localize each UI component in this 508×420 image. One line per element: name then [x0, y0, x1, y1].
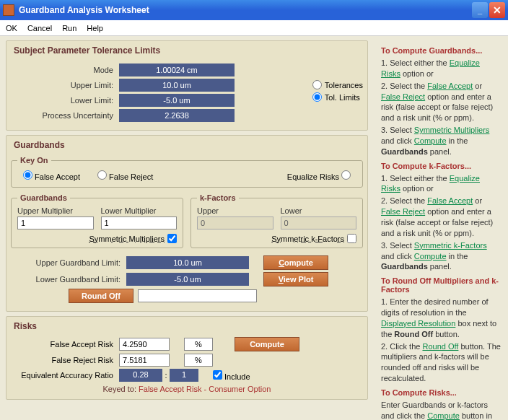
- upper-limit-label: Upper Limit:: [11, 81, 119, 89]
- guardbands-legend: Guardbands: [17, 193, 70, 202]
- tol-limits-radio-label: Tol. Limits: [325, 93, 360, 102]
- help-p4: Enter Guardbands or k-factors and click …: [381, 400, 501, 420]
- lower-limit-label: Lower Limit:: [11, 96, 119, 105]
- false-accept-link-2[interactable]: False Accept: [427, 196, 473, 205]
- help-p3a: 1. Enter the desired number of digits of…: [381, 297, 501, 339]
- risks-panel: Risks False Accept Risk % Compute False …: [6, 316, 368, 400]
- compute-link[interactable]: Compute: [414, 136, 447, 145]
- guardbands-group: Guardbands Upper Multiplier Lower Multip…: [11, 193, 183, 248]
- ugl-value: 10.0 um: [126, 256, 249, 269]
- false-accept-radio[interactable]: False Accept: [23, 170, 80, 181]
- lower-limit-value: -5.0 um: [119, 94, 235, 107]
- lgl-label: Lower Guardband Limit:: [11, 275, 126, 284]
- help-p2a: 1. Select either the Equalize Risks opti…: [381, 173, 501, 195]
- tolerance-panel: Subject Parameter Tolerance Limits Mode …: [6, 40, 368, 131]
- false-reject-link-2[interactable]: False Reject: [381, 207, 425, 216]
- frr-label: False Reject Risk: [11, 356, 119, 364]
- guardbands-title: Guardbands: [11, 139, 363, 152]
- help-h3: To Round Off Multipliers and k-Factors: [381, 276, 501, 294]
- kf-upper-label: Upper: [197, 206, 273, 215]
- lower-mult-label: Lower Multiplier: [101, 206, 178, 215]
- round-off-input[interactable]: [138, 289, 257, 302]
- lower-mult-input[interactable]: [101, 216, 178, 229]
- sym-kf-link[interactable]: Symmetric k-Factors: [414, 241, 487, 250]
- help-p1c: 3. Select Symmetric Multipliers and clic…: [381, 125, 501, 157]
- process-uncertainty-value: 2.2638: [119, 109, 235, 122]
- process-uncertainty-label: Process Uncertainty: [11, 111, 119, 120]
- help-p3b: 2. Click the Round Off button. The multi…: [381, 341, 501, 384]
- risks-title: Risks: [11, 320, 363, 333]
- help-h2: To Compute k-Factors...: [381, 162, 501, 170]
- kf-lower-input[interactable]: [281, 216, 357, 229]
- frr-value[interactable]: [119, 354, 170, 367]
- sym-mult-link[interactable]: Symmetric Multipliers: [414, 126, 490, 134]
- kf-lower-label: Lower: [281, 206, 357, 215]
- tolerances-radio[interactable]: Tolerances: [312, 80, 363, 89]
- guardbands-panel: Guardbands Key On False Accept False Rej…: [6, 135, 368, 312]
- mode-label: Mode: [11, 66, 119, 74]
- false-reject-radio[interactable]: False Reject: [97, 170, 153, 181]
- far-unit[interactable]: %: [184, 338, 213, 351]
- round-off-button[interactable]: Round Off: [69, 289, 133, 303]
- keyon-legend: Key On: [17, 156, 51, 165]
- help-panel: To Compute Guardbands... 1. Select eithe…: [374, 36, 508, 420]
- tol-limits-radio[interactable]: Tol. Limits: [312, 92, 363, 102]
- sym-kf-label: Symmetric k-Factors: [271, 235, 344, 243]
- keyed-value: False Accept Risk - Consumer Option: [139, 385, 271, 393]
- kfactors-legend: k-Factors: [197, 193, 239, 202]
- sym-kf-checkbox[interactable]: [347, 234, 356, 243]
- compute-risks-button[interactable]: Compute: [235, 337, 299, 351]
- minimize-button[interactable]: _: [472, 2, 488, 18]
- upper-mult-label: Upper Multiplier: [17, 206, 94, 215]
- displayed-resolution-link[interactable]: Displayed Resolution: [381, 319, 455, 328]
- compute-guardbands-button[interactable]: Compute: [263, 255, 328, 270]
- upper-mult-input[interactable]: [17, 216, 94, 229]
- window-title: Guardband Analysis Worksheet: [19, 5, 472, 15]
- round-off-link[interactable]: Round Off: [422, 342, 458, 351]
- kf-upper-input[interactable]: [197, 216, 273, 229]
- view-plot-button[interactable]: View Plot: [263, 272, 328, 286]
- titlebar: Guardband Analysis Worksheet _ ✕: [0, 0, 508, 20]
- menu-help[interactable]: Help: [87, 24, 103, 32]
- false-accept-link[interactable]: False Accept: [427, 82, 473, 90]
- menu-cancel[interactable]: Cancel: [27, 24, 52, 32]
- ear-label: Equivalent Accuracy Ratio: [11, 371, 119, 380]
- include-checkbox[interactable]: Include: [213, 370, 250, 381]
- app-icon: [3, 4, 14, 16]
- keyon-group: Key On False Accept False Reject Equaliz…: [11, 156, 363, 188]
- close-button[interactable]: ✕: [489, 2, 505, 18]
- sym-mult-label: Symmetric Multipliers: [89, 235, 165, 243]
- help-p1a: 1. Select either the Equalize Risks opti…: [381, 58, 501, 79]
- ear-denom: 1: [170, 369, 198, 382]
- help-p1b: 2. Select the False Accept or False Reje…: [381, 81, 501, 123]
- ear-value: 0.28: [119, 369, 162, 382]
- help-p2c: 3. Select Symmetric k-Factors and click …: [381, 240, 501, 273]
- mode-value: 1.00024 cm: [119, 64, 235, 76]
- far-value[interactable]: [119, 338, 170, 351]
- frr-unit[interactable]: %: [184, 354, 213, 367]
- compute-link-3[interactable]: Compute: [427, 411, 460, 420]
- ugl-label: Upper Guardband Limit:: [11, 258, 126, 267]
- kfactors-group: k-Factors Upper Lower Symmetric k-Factor…: [190, 193, 363, 248]
- false-reject-link[interactable]: False Reject: [381, 92, 425, 101]
- help-p2b: 2. Select the False Accept or False Reje…: [381, 196, 501, 238]
- menu-ok[interactable]: OK: [6, 24, 17, 32]
- sym-mult-checkbox[interactable]: [167, 234, 177, 243]
- menu-run[interactable]: Run: [62, 24, 76, 32]
- tolerance-title: Subject Parameter Tolerance Limits: [11, 44, 363, 57]
- lgl-value: -5.0 um: [126, 273, 249, 286]
- help-h1: To Compute Guardbands...: [381, 46, 501, 55]
- equalize-risks-radio[interactable]: Equalize Risks: [287, 170, 351, 181]
- upper-limit-value: 10.0 um: [119, 79, 235, 92]
- far-label: False Accept Risk: [11, 340, 119, 349]
- compute-link-2[interactable]: Compute: [414, 252, 447, 261]
- help-h4: To Compute Risks...: [381, 388, 501, 397]
- keyed-label: Keyed to:: [103, 385, 136, 393]
- menubar: OK Cancel Run Help: [0, 20, 508, 36]
- tolerances-radio-label: Tolerances: [325, 81, 363, 89]
